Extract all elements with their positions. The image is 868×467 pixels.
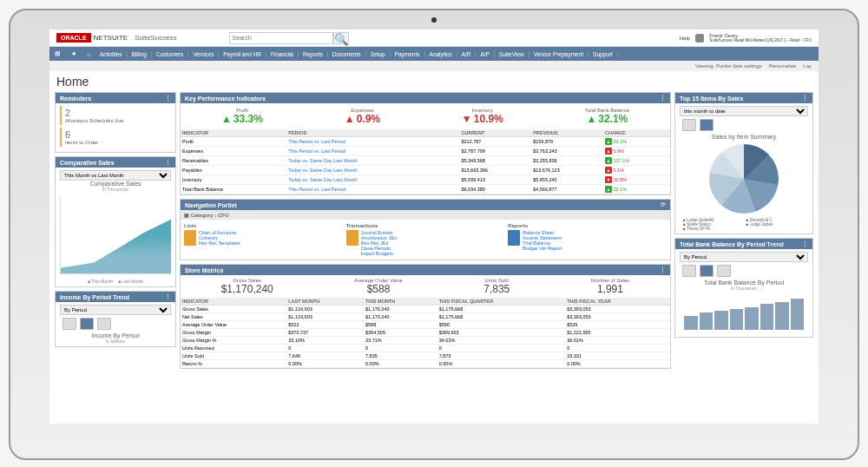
portlet-menu-icon[interactable]: ⋮ xyxy=(165,159,171,166)
help-link[interactable]: Help xyxy=(680,36,690,41)
nav-vendors[interactable]: Vendors xyxy=(188,51,219,57)
table-row[interactable]: Average Order Value$522$588$590$529 xyxy=(181,321,670,329)
table-row[interactable]: Gross Margin$370,737$394,505$399,953$1,2… xyxy=(181,329,670,337)
pie-chart xyxy=(709,144,779,214)
table-row[interactable]: PayablesToday vs. Same Day Last Month$13… xyxy=(181,166,670,175)
bank-period-select[interactable]: By Period xyxy=(680,252,808,262)
table-row[interactable]: InventoryToday vs. Same Day Last Month$5… xyxy=(181,175,670,185)
search-button[interactable]: 🔍 xyxy=(333,32,349,44)
nav-setup[interactable]: Setup xyxy=(366,51,391,57)
chart-icon[interactable] xyxy=(682,119,696,131)
nav-suiteview[interactable]: SuiteView xyxy=(495,51,529,57)
doc-icon xyxy=(184,230,196,246)
portlet-menu-icon[interactable]: ⋮ xyxy=(802,240,808,247)
nav-vendor-prepay[interactable]: Vendor Prepayment xyxy=(529,51,589,57)
nav-support[interactable]: Support xyxy=(589,51,618,57)
comparative-sales-portlet: Comparative Sales⋮ This Month vs Last Mo… xyxy=(55,156,176,287)
oracle-logo: ORACLE xyxy=(56,33,91,43)
doc-icon xyxy=(346,230,358,246)
nav-documents[interactable]: Documents xyxy=(328,51,366,57)
portlet-menu-icon[interactable]: ⋮ xyxy=(165,293,171,300)
nav-menu-icon[interactable]: ▤ xyxy=(49,50,66,57)
table-row[interactable]: ReceivablesToday vs. Same Day Last Month… xyxy=(181,156,670,166)
kpi-portlet: Key Performance Indicators⋮ Profit33.3% … xyxy=(180,92,671,195)
chart-icon[interactable] xyxy=(700,265,713,277)
nav-category: ▦ Category : CFO xyxy=(181,210,670,220)
reminders-title: Reminders xyxy=(60,95,91,102)
viewing-label[interactable]: Viewing: Portlet date settings xyxy=(695,63,762,69)
kpi-table: INDICATORPERIODCURRENTPREVIOUSCHANGE Pro… xyxy=(181,129,670,194)
nav-ap[interactable]: A/P xyxy=(476,51,494,57)
table-row[interactable]: ProfitThis Period vs. Last Period$212,78… xyxy=(181,137,670,147)
search-input[interactable] xyxy=(229,32,333,44)
chart-icon[interactable] xyxy=(80,318,94,330)
chart-icon[interactable] xyxy=(717,265,731,277)
top15-period-select[interactable]: this month to date xyxy=(680,106,808,116)
store-metrics-portlet: Store Metrics⋮ Gross Sales$1,170,240 Ave… xyxy=(180,264,671,369)
table-row[interactable]: Gross Margin %33.10%33.71%34.02%36.01% xyxy=(181,337,670,345)
page-title: Home xyxy=(49,71,819,92)
portlet-menu-icon[interactable]: ⋮ xyxy=(660,266,666,273)
top15-portlet: Top 15 Items By Sales⋮ this month to dat… xyxy=(674,92,813,234)
income-trend-portlet: Income By Period Trend⋮ By Period Income… xyxy=(55,291,176,347)
chart-icon[interactable] xyxy=(62,318,76,330)
table-row[interactable]: Gross Sales$1,119,903$1,170,240$1,175,66… xyxy=(181,306,670,313)
nav-ar[interactable]: A/R xyxy=(457,51,477,57)
refresh-icon[interactable]: ⟳ xyxy=(661,201,666,208)
doc-icon xyxy=(508,230,520,246)
nav-activities[interactable]: Activities xyxy=(95,51,128,57)
bar-chart xyxy=(680,291,808,334)
table-row[interactable]: Net Sales$1,119,903$1,170,240$1,175,668$… xyxy=(181,313,670,321)
main-nav: ▤ ★ ⌂ Activities Billing Customers Vendo… xyxy=(49,47,819,61)
chart-type-icons xyxy=(60,315,171,332)
nav-reports[interactable]: Reports xyxy=(299,51,328,57)
page-controls: Viewing: Portlet date settings Personali… xyxy=(49,61,819,71)
personalize-link[interactable]: Personalize xyxy=(769,63,796,69)
user-role: SuiteSuccess Retail Mid-Market [US] 2017… xyxy=(709,38,812,43)
portlet-menu-icon[interactable]: ⋮ xyxy=(802,95,808,102)
top-bar: ORACLE NETSUITE SuiteSuccess 🔍 Help Fran… xyxy=(49,30,819,47)
comparative-chart xyxy=(60,196,171,274)
layout-link[interactable]: Lay xyxy=(803,63,812,69)
nav-link[interactable]: Budget Var Report xyxy=(523,246,562,251)
portlet-menu-icon[interactable]: ⋮ xyxy=(660,95,666,102)
nav-star-icon[interactable]: ★ xyxy=(66,50,82,57)
nav-customers[interactable]: Customers xyxy=(152,51,188,57)
nav-link[interactable]: Rev Rec Templates xyxy=(199,240,240,246)
reminder-item[interactable]: 6 Items to Order xyxy=(60,128,171,147)
chart-icon[interactable] xyxy=(97,318,111,330)
table-row[interactable]: Units Sold7,6407,8357,87523,331 xyxy=(181,352,670,360)
reminder-item[interactable]: 2 Allocation Schedules due xyxy=(60,106,171,125)
bank-balance-portlet: Total Bank Balance By Period Trend⋮ By P… xyxy=(674,238,813,338)
navigation-portlet: Navigation Portlet⟳ ▦ Category : CFO Lis… xyxy=(180,199,671,260)
nav-analytics[interactable]: Analytics xyxy=(425,51,457,57)
chart-icon[interactable] xyxy=(700,119,713,131)
table-row[interactable]: Units Returned0000 xyxy=(181,345,670,352)
portlet-menu-icon[interactable]: ⋮ xyxy=(165,95,171,102)
table-row[interactable]: ExpensesThis Period vs. Last Period$2,78… xyxy=(181,147,670,156)
table-row[interactable]: Total Bank BalanceThis Period vs. Last P… xyxy=(181,185,670,194)
comparative-period-select[interactable]: This Month vs Last Month xyxy=(60,170,171,181)
nav-payments[interactable]: Payments xyxy=(391,51,425,57)
reminders-portlet: Reminders⋮ 2 Allocation Schedules due 6 … xyxy=(55,92,176,153)
nav-payroll[interactable]: Payroll and HR xyxy=(219,51,266,57)
nav-link[interactable]: Import Budgets xyxy=(361,251,397,256)
avatar[interactable] xyxy=(695,34,704,43)
pie-legend: ■ Lodge Jacket#1 ■ Space Station ■ Trans… xyxy=(680,218,808,231)
income-period-select[interactable]: By Period xyxy=(60,305,171,315)
global-search: 🔍 xyxy=(229,32,349,44)
netsuite-logo: NETSUITE xyxy=(91,34,128,42)
nav-financial[interactable]: Financial xyxy=(266,51,299,57)
nav-billing[interactable]: Billing xyxy=(128,51,152,57)
nav-home-icon[interactable]: ⌂ xyxy=(82,51,95,57)
suitesuccess-logo: SuiteSuccess xyxy=(128,34,176,42)
table-row[interactable]: Return %0.00%0.00%0.00%0.00% xyxy=(181,360,670,368)
store-table: INDICATORLAST MONTHTHIS MONTHTHIS FISCAL… xyxy=(181,298,670,368)
chart-icon[interactable] xyxy=(682,265,696,277)
